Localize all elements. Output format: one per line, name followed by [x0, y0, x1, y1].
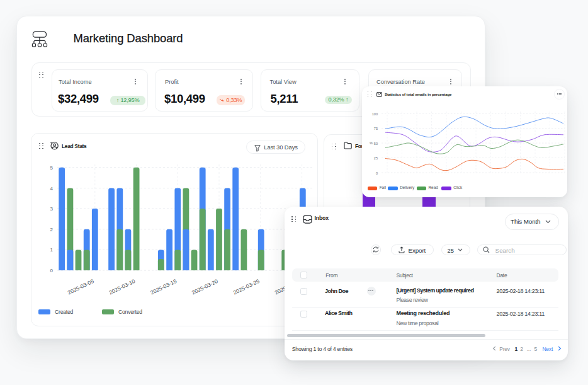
svg-text:0: 0	[50, 268, 54, 273]
svg-text:0: 0	[376, 171, 378, 175]
svg-text:50: 50	[374, 142, 378, 146]
svg-text:2025-03-10: 2025-03-10	[108, 278, 137, 296]
svg-text:5: 5	[50, 165, 54, 171]
svg-text:1: 1	[50, 247, 54, 253]
svg-text:%: %	[370, 141, 373, 145]
svg-text:4: 4	[50, 186, 54, 192]
svg-text:2025-03-20: 2025-03-20	[191, 278, 219, 296]
svg-text:100: 100	[372, 112, 378, 116]
svg-text:2025-03-15: 2025-03-15	[149, 278, 178, 296]
svg-text:2025-03-05: 2025-03-05	[67, 278, 95, 296]
svg-text:75: 75	[374, 127, 378, 130]
svg-text:2025-03-25: 2025-03-25	[232, 278, 261, 296]
svg-text:3: 3	[50, 206, 54, 212]
svg-text:2: 2	[50, 227, 54, 233]
svg-text:25: 25	[374, 156, 378, 160]
